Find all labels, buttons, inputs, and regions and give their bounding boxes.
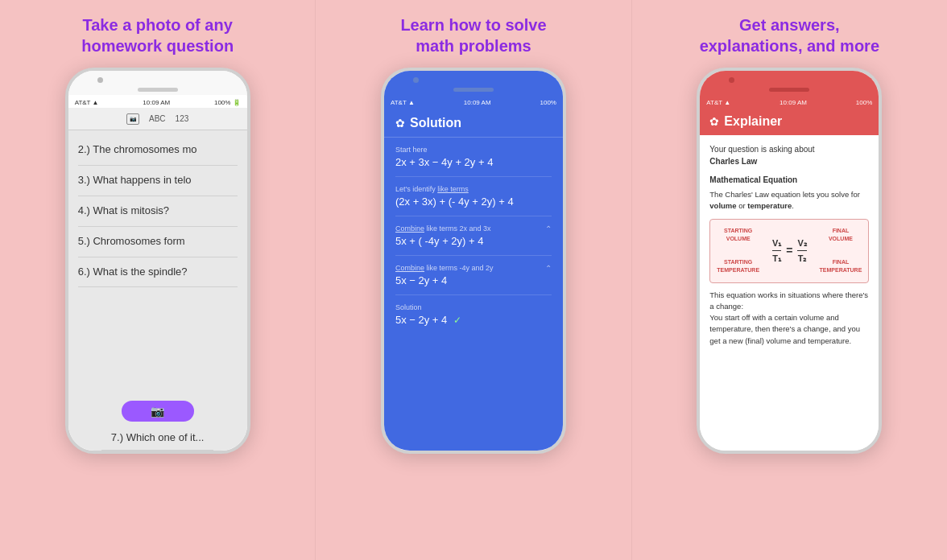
question-item: 2.) The chromosomes mo (78, 135, 238, 166)
camera-view: 📷 ABC 123 2.) The chromosomes mo 3.) Wha… (68, 108, 247, 451)
step-final-equation: 5x − 2y + 4 ✓ (395, 314, 552, 326)
solution-title-label: Solution (410, 116, 461, 130)
step-4: Combine like terms -4y and 2y ⌃ 5x − 2y … (395, 256, 552, 295)
checkmark-icon: ✓ (453, 315, 461, 326)
front-camera-2-icon (413, 77, 419, 83)
step3-label: Combine like terms 2x and 3x ⌃ (395, 224, 552, 233)
question-item: 3.) What happens in telo (78, 166, 238, 196)
step2-label: Let's identify like terms (395, 185, 552, 193)
battery3-info: 100% (856, 99, 872, 106)
panel-solution: Learn how to solve math problems AT&T ▲ … (315, 0, 631, 560)
t2-label: T₂ (798, 252, 807, 266)
camera-button-icon: 📷 (151, 405, 164, 418)
solution-logo-icon: ✿ (395, 117, 405, 130)
step2-equation: (2x + 3x) + (- 4y + 2y) + 4 (395, 196, 552, 208)
final-volume-label: FINALVOLUME (829, 227, 853, 244)
question-item-partial: 7.) Which one of it... (101, 426, 214, 451)
speaker-3-icon (769, 88, 809, 92)
charles-law-diagram: STARTINGVOLUME STARTINGTEMPERATURE V₁ T₁… (709, 219, 869, 283)
step-final: Solution 5x − 2y + 4 ✓ (395, 295, 552, 334)
speaker-2-icon (453, 88, 494, 92)
camera-toolbar-icon[interactable]: 📷 (126, 113, 139, 125)
question-item: 6.) What is the spindle? (78, 257, 238, 288)
solution-steps: Start here 2x + 3x − 4y + 2y + 4 Let's i… (384, 138, 563, 451)
final-temp-label: FINALTEMPERATURE (820, 258, 862, 275)
battery-info: 100% 🔋 (214, 99, 241, 106)
step4-label: Combine like terms -4y and 2y ⌃ (395, 264, 552, 272)
abc-label: ABC (149, 114, 166, 123)
phone2-status-bar: AT&T ▲ 10:09 AM 100% (384, 95, 563, 108)
carrier3-label: AT&T ▲ (706, 99, 730, 106)
phone-1: AT&T ▲ 10:09 AM 100% 🔋 📷 ABC 123 2.) The… (65, 68, 250, 454)
t1-label: T₁ (772, 252, 781, 266)
camera-capture-button[interactable]: 📷 (122, 401, 194, 422)
carrier-label: AT&T ▲ (75, 99, 99, 106)
front-camera-3-icon (729, 77, 734, 83)
panel-photo: Take a photo of any homework question AT… (0, 0, 315, 560)
explainer-header: ✿ Explainer (700, 108, 879, 135)
question-item: 4.) What is mitosis? (78, 196, 238, 227)
left-fraction: V₁ T₁ (772, 237, 781, 266)
starting-temp-label: STARTINGTEMPERATURE (717, 258, 759, 275)
step4-equation: 5x − 2y + 4 (395, 274, 552, 286)
carrier2-label: AT&T ▲ (391, 99, 415, 106)
explainer-logo-icon: ✿ (709, 115, 719, 128)
starting-volume-label: STARTINGVOLUME (724, 227, 752, 244)
time3-label: 10:09 AM (780, 99, 807, 106)
explainer-view: ✿ Explainer Your question is asking abou… (700, 108, 879, 451)
step-3: Combine like terms 2x and 3x ⌃ 5x + ( -4… (395, 216, 552, 256)
battery2-info: 100% (540, 99, 556, 106)
step3-equation: 5x + ( -4y + 2y) + 4 (395, 235, 552, 247)
phone1-status-bar: AT&T ▲ 10:09 AM 100% 🔋 (68, 95, 247, 108)
phone1-content: 📷 ABC 123 2.) The chromosomes mo 3.) Wha… (68, 108, 247, 451)
step-1: Start here 2x + 3x − 4y + 2y + 4 (395, 138, 552, 177)
phone1-notch-area (68, 71, 247, 95)
panel2-title: Learn how to solve math problems (400, 14, 546, 56)
phone3-status-bar: AT&T ▲ 10:09 AM 100% (700, 95, 879, 108)
panel3-title: Get answers, explanations, and more (700, 14, 879, 56)
explainer-body: Your question is asking about Charles La… (700, 135, 879, 451)
diagram-inner: STARTINGVOLUME STARTINGTEMPERATURE V₁ T₁… (717, 227, 862, 275)
step-2: Let's identify like terms (2x + 3x) + (-… (395, 177, 552, 216)
phone2-notch-area (384, 71, 563, 95)
v2-label: V₂ (797, 237, 806, 252)
num-label: 123 (176, 114, 189, 123)
panel1-title: Take a photo of any homework question (81, 14, 234, 56)
speaker-icon (138, 88, 178, 92)
explanation-text: This equation works in situations where … (709, 290, 869, 347)
v1-label: V₁ (772, 237, 781, 252)
step1-equation: 2x + 3x − 4y + 2y + 4 (395, 156, 552, 168)
left-labels: STARTINGVOLUME STARTINGTEMPERATURE (717, 227, 759, 275)
question-item: 5.) Chromosomes form (78, 227, 238, 257)
right-labels: FINALVOLUME FINALTEMPERATURE (820, 227, 862, 275)
phone-2: AT&T ▲ 10:09 AM 100% ✿ Solution Start he… (381, 68, 566, 454)
time-label: 10:09 AM (143, 99, 170, 106)
solution-view: ✿ Solution Start here 2x + 3x − 4y + 2y … (384, 108, 563, 451)
questions-list: 2.) The chromosomes mo 3.) What happens … (68, 130, 247, 396)
camera-toolbar: 📷 ABC 123 (68, 108, 247, 130)
front-camera-icon (97, 77, 103, 83)
phone3-content: ✿ Explainer Your question is asking abou… (700, 108, 879, 451)
description-text: The Charles' Law equation lets you solve… (709, 189, 869, 212)
phone-3: AT&T ▲ 10:09 AM 100% ✿ Explainer Your qu… (697, 68, 882, 454)
step1-label: Start here (395, 146, 552, 154)
panel-explainer: Get answers, explanations, and more AT&T… (632, 0, 947, 560)
solution-header: ✿ Solution (384, 108, 563, 138)
phone2-content: ✿ Solution Start here 2x + 3x − 4y + 2y … (384, 108, 563, 451)
step-final-label: Solution (395, 303, 552, 311)
explainer-title-label: Explainer (724, 114, 782, 129)
equals-sign: = (786, 242, 792, 259)
phone3-notch-area (700, 71, 879, 95)
time2-label: 10:09 AM (464, 99, 491, 106)
section-title-label: Mathematical Equation (709, 174, 869, 186)
topic-label: Charles Law (709, 157, 757, 166)
right-fraction: V₂ T₂ (797, 237, 806, 266)
explainer-intro-text: Your question is asking about Charles La… (709, 143, 869, 167)
